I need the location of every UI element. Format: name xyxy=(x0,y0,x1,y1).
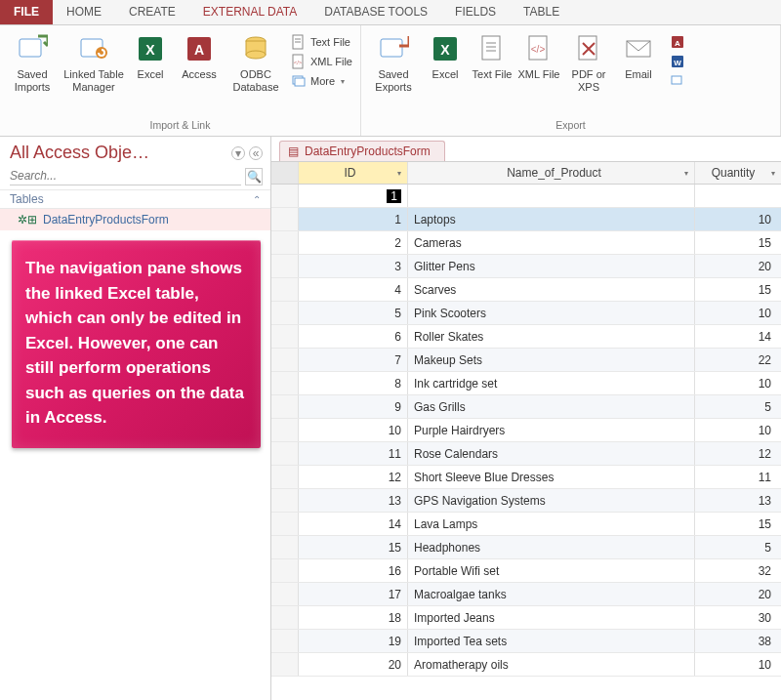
tab-table[interactable]: TABLE xyxy=(510,0,573,24)
cell-name[interactable]: Gas Grills xyxy=(408,395,695,418)
row-selector[interactable] xyxy=(271,630,299,652)
cell-name[interactable]: Aromatherapy oils xyxy=(408,653,695,676)
row-selector[interactable] xyxy=(271,466,299,488)
table-row[interactable]: 3Glitter Pens20 xyxy=(271,255,781,278)
cell-id[interactable]: 17 xyxy=(299,583,408,605)
table-row[interactable]: 13GPS Navigation Systems13 xyxy=(271,489,781,513)
linked-table-manager-button[interactable]: Linked Table Manager xyxy=(62,29,125,93)
import-text-file-button[interactable]: Text File xyxy=(289,33,354,51)
cell-qty[interactable]: 32 xyxy=(695,559,781,582)
table-row[interactable]: 7Makeup Sets22 xyxy=(271,349,781,372)
row-selector[interactable] xyxy=(271,653,299,676)
table-row[interactable]: 6Roller Skates14 xyxy=(271,325,781,349)
cell-name[interactable]: Scarves xyxy=(408,278,695,301)
table-row[interactable]: 12Short Sleeve Blue Dresses11 xyxy=(271,466,781,489)
column-header-name[interactable]: Name_of_Product▾ xyxy=(408,162,695,184)
cell-name[interactable]: Imported Jeans xyxy=(408,606,695,629)
tab-file[interactable]: FILE xyxy=(0,0,53,24)
row-selector[interactable] xyxy=(271,559,299,582)
import-odbc-button[interactable]: ODBC Database xyxy=(226,29,285,93)
cell-qty[interactable]: 10 xyxy=(695,208,781,230)
cell-name[interactable]: Ink cartridge set xyxy=(408,372,695,394)
cell-name[interactable]: Glitter Pens xyxy=(408,255,695,277)
cell-name[interactable]: Headphones xyxy=(408,536,695,558)
table-row[interactable]: 1Laptops10 xyxy=(271,208,781,231)
export-text-button[interactable]: Text File xyxy=(471,29,514,81)
table-row[interactable]: 2Cameras15 xyxy=(271,231,781,255)
cell-name[interactable]: Rose Calendars xyxy=(408,442,695,465)
export-email-button[interactable]: Email xyxy=(617,29,660,81)
cell-id[interactable]: 3 xyxy=(299,255,408,277)
cell-qty[interactable]: 22 xyxy=(695,349,781,371)
tab-create[interactable]: CREATE xyxy=(115,0,189,24)
table-row[interactable]: 20Aromatherapy oils10 xyxy=(271,653,781,677)
row-selector[interactable] xyxy=(271,325,299,348)
export-access-button[interactable]: A xyxy=(668,33,687,51)
cell-name[interactable]: Portable Wifi set xyxy=(408,559,695,582)
cell-qty[interactable]: 15 xyxy=(695,513,781,535)
nav-item-dataentryproductsform[interactable]: ✲⊞ DataEntryProductsForm xyxy=(0,209,270,230)
table-row[interactable]: 4Scarves15 xyxy=(271,278,781,302)
cell-qty[interactable]: 12 xyxy=(695,442,781,465)
row-selector[interactable] xyxy=(271,255,299,277)
cell-id[interactable]: 8 xyxy=(299,372,408,394)
tab-fields[interactable]: FIELDS xyxy=(441,0,510,24)
cell-id[interactable]: 20 xyxy=(299,653,408,676)
cell-qty[interactable]: 30 xyxy=(695,606,781,629)
cell-id[interactable]: 14 xyxy=(299,513,408,535)
row-selector[interactable] xyxy=(271,489,299,512)
table-row[interactable]: 11Rose Calendars12 xyxy=(271,442,781,466)
cell-id[interactable]: 13 xyxy=(299,489,408,512)
table-row[interactable]: 16Portable Wifi set32 xyxy=(271,559,781,583)
saved-imports-button[interactable]: Saved Imports xyxy=(6,29,59,93)
saved-exports-button[interactable]: Saved Exports xyxy=(367,29,420,93)
tab-external[interactable]: EXTERNAL DATA xyxy=(189,0,310,24)
cell-qty[interactable]: 11 xyxy=(695,466,781,488)
cell-qty[interactable]: 10 xyxy=(695,372,781,394)
new-record-id-cell[interactable]: 1 xyxy=(387,189,401,203)
cell-id[interactable]: 9 xyxy=(299,395,408,418)
cell-qty[interactable]: 38 xyxy=(695,630,781,652)
row-selector[interactable] xyxy=(271,513,299,535)
cell-qty[interactable]: 5 xyxy=(695,395,781,418)
import-xml-file-button[interactable]: </> XML File xyxy=(289,53,354,70)
table-row[interactable]: 19Imported Tea sets38 xyxy=(271,630,781,653)
cell-qty[interactable]: 20 xyxy=(695,583,781,605)
export-more-button[interactable] xyxy=(668,72,687,90)
export-word-button[interactable]: W xyxy=(668,53,687,70)
nav-section-tables[interactable]: Tables ⌃ xyxy=(0,189,270,209)
table-row[interactable]: 5Pink Scooters10 xyxy=(271,302,781,325)
table-row[interactable]: 18Imported Jeans30 xyxy=(271,606,781,630)
column-header-qty[interactable]: Quantity▾ xyxy=(695,162,781,184)
cell-name[interactable]: Roller Skates xyxy=(408,325,695,348)
navpane-dropdown-icon[interactable]: ▾ xyxy=(231,146,245,160)
search-icon[interactable]: 🔍 xyxy=(245,168,263,185)
cell-name[interactable]: GPS Navigation Systems xyxy=(408,489,695,512)
row-selector[interactable] xyxy=(271,419,299,441)
table-row[interactable]: 15Headphones5 xyxy=(271,536,781,559)
row-selector[interactable] xyxy=(271,278,299,301)
cell-name[interactable]: Short Sleeve Blue Dresses xyxy=(408,466,695,488)
nav-search-input[interactable] xyxy=(10,167,241,185)
cell-id[interactable]: 18 xyxy=(299,606,408,629)
row-selector[interactable] xyxy=(271,395,299,418)
row-selector[interactable] xyxy=(271,208,299,230)
cell-qty[interactable]: 10 xyxy=(695,653,781,676)
row-selector[interactable] xyxy=(271,606,299,629)
export-xml-button[interactable]: </> XML File xyxy=(517,29,560,81)
table-row[interactable]: 8Ink cartridge set10 xyxy=(271,372,781,395)
column-header-id[interactable]: ID▾ xyxy=(299,162,408,184)
cell-id[interactable]: 2 xyxy=(299,231,408,254)
cell-id[interactable]: 11 xyxy=(299,442,408,465)
cell-qty[interactable]: 5 xyxy=(695,536,781,558)
import-more-button[interactable]: More ▾ xyxy=(289,72,354,90)
select-all-corner[interactable] xyxy=(271,162,299,184)
cell-qty[interactable]: 14 xyxy=(695,325,781,348)
tab-home[interactable]: HOME xyxy=(53,0,115,24)
row-selector[interactable] xyxy=(271,372,299,394)
chevron-down-icon[interactable]: ▾ xyxy=(684,169,688,178)
export-pdf-button[interactable]: PDF or XPS xyxy=(564,29,613,93)
cell-qty[interactable]: 15 xyxy=(695,278,781,301)
cell-qty[interactable]: 13 xyxy=(695,489,781,512)
tab-dbtools[interactable]: DATABASE TOOLS xyxy=(310,0,441,24)
